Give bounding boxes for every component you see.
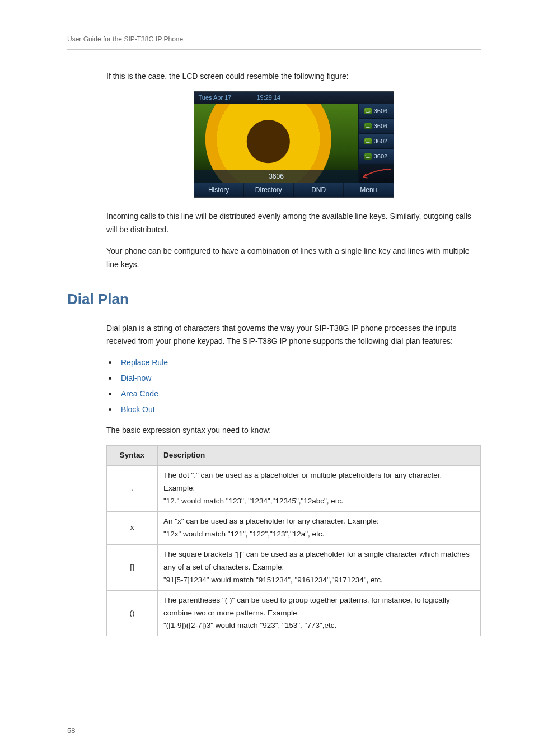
intro-para-1: If this is the case, the LCD screen coul…: [106, 70, 481, 83]
dial-plan-lead: Dial plan is a string of characters that…: [106, 322, 481, 349]
desc-line: "12." would match "123", "1234","12345",…: [163, 495, 475, 508]
line-label: 3602: [374, 136, 387, 147]
cell-symbol: x: [107, 511, 158, 544]
desc-line: An "x" can be used as a placeholder for …: [163, 515, 475, 528]
th-syntax: Syntax: [107, 446, 158, 466]
list-item: Dial-now: [106, 372, 481, 385]
intro-para-3: Your phone can be configured to have a c…: [106, 245, 481, 272]
desc-line: The parentheses "( )" can be used to gro…: [163, 594, 475, 620]
line-key: 3606: [359, 119, 394, 134]
line-icon: [364, 108, 372, 114]
softkey-dnd: DND: [294, 183, 344, 197]
cell-description: The parentheses "( )" can be used to gro…: [158, 590, 481, 636]
desc-line: "12x" would match "121", "122","123","12…: [163, 528, 475, 541]
page-number: 58: [67, 725, 75, 737]
softkey-directory: Directory: [244, 183, 294, 197]
line-icon: [364, 153, 372, 160]
phone-status-bar: Tues Apr 17 19:29:14: [194, 92, 394, 104]
link-dial-now[interactable]: Dial-now: [121, 374, 151, 382]
table-row: . The dot "." can be used as a placehold…: [107, 466, 481, 512]
syntax-intro: The basic expression syntax you need to …: [106, 424, 481, 437]
cell-description: The square brackets "[]" can be used as …: [158, 544, 481, 590]
page-content: If this is the case, the LCD screen coul…: [67, 70, 481, 636]
line-icon: [364, 138, 372, 144]
line-label: 3606: [374, 121, 387, 132]
cell-symbol: []: [107, 544, 158, 590]
list-item: Block Out: [106, 403, 481, 417]
list-item: Area Code: [106, 388, 481, 401]
table-header-row: Syntax Description: [107, 446, 481, 466]
table-row: [] The square brackets "[]" can be used …: [107, 544, 481, 590]
line-label: 3606: [374, 106, 387, 116]
phone-status-date: Tues Apr 17: [199, 92, 232, 103]
running-header: User Guide for the SIP-T38G IP Phone: [67, 34, 481, 50]
link-replace-rule[interactable]: Replace Rule: [121, 358, 168, 367]
phone-ext-bar: 3606: [194, 170, 359, 183]
intro-para-2: Incoming calls to this line will be dist…: [106, 210, 481, 237]
cell-symbol: .: [107, 466, 158, 512]
softkey-menu: Menu: [344, 183, 393, 197]
dial-plan-features-list: Replace Rule Dial-now Area Code Block Ou…: [106, 356, 481, 416]
cell-symbol: (): [107, 590, 158, 636]
line-icon: [364, 123, 372, 129]
section-heading-dial-plan: Dial Plan: [67, 287, 481, 311]
line-keys-empty: [359, 164, 394, 183]
cell-description: The dot "." can be used as a placeholder…: [158, 466, 481, 512]
phone-line-keys: 3606 3606 3602 3602: [358, 104, 394, 183]
phone-lcd-figure: Tues Apr 17 19:29:14 3606 3606 3606 3602: [194, 91, 394, 198]
cell-description: An "x" can be used as a placeholder for …: [158, 511, 481, 544]
desc-line: The dot "." can be used as a placeholder…: [163, 469, 475, 495]
th-description: Description: [158, 446, 481, 466]
phone-softkeys: History Directory DND Menu: [194, 183, 394, 197]
syntax-table: Syntax Description . The dot "." can be …: [106, 445, 481, 636]
table-row: x An "x" can be used as a placeholder fo…: [107, 511, 481, 544]
desc-line: "([1-9])([2-7])3" would match "923", "15…: [163, 619, 475, 632]
softkey-history: History: [194, 183, 244, 197]
table-row: () The parentheses "( )" can be used to …: [107, 590, 481, 636]
phone-status-time: 19:29:14: [256, 92, 280, 103]
line-key: 3602: [359, 149, 394, 164]
list-item: Replace Rule: [106, 356, 481, 370]
desc-line: The square brackets "[]" can be used as …: [163, 548, 475, 574]
link-block-out[interactable]: Block Out: [121, 405, 155, 414]
line-label: 3602: [374, 151, 387, 162]
line-key: 3602: [359, 134, 394, 149]
link-area-code[interactable]: Area Code: [121, 389, 158, 398]
page: User Guide for the SIP-T38G IP Phone If …: [0, 0, 534, 756]
line-key: 3606: [359, 104, 394, 119]
desc-line: "91[5-7]1234" would match "9151234", "91…: [163, 574, 475, 587]
